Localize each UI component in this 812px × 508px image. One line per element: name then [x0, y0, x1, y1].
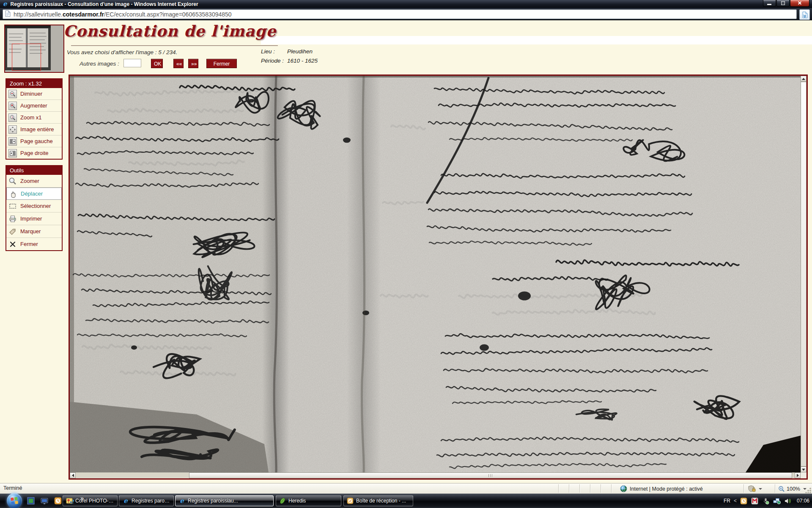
right-page-icon — [8, 149, 17, 157]
zone-text: Internet | Mode protégé : activé — [630, 486, 703, 492]
zoom-magnifier-icon — [778, 486, 785, 492]
bookmark-icon — [8, 227, 17, 236]
refresh-button[interactable] — [799, 9, 810, 20]
header-white-strip — [261, 36, 812, 44]
address-bar: http://sallevirtuelle.cotesdarmor.fr/EC/… — [0, 8, 812, 20]
security-zone: Internet | Mode protégé : activé — [620, 483, 703, 494]
taskbar-button-heredis[interactable]: Heredis — [276, 495, 341, 506]
right-page-button[interactable]: Page droite — [6, 147, 62, 159]
selection-rectangle-icon — [8, 202, 17, 210]
previous-image-button[interactable]: «« — [173, 59, 184, 68]
restore-button[interactable] — [776, 0, 790, 7]
status-text: Terminé — [3, 485, 22, 491]
scroll-down-button[interactable] — [801, 467, 807, 472]
left-page-button[interactable]: Page gauche — [6, 135, 62, 147]
scroll-right-button[interactable] — [795, 472, 801, 478]
periode-label: Période : — [261, 58, 287, 64]
next-image-button[interactable]: »» — [188, 59, 198, 68]
zoom-reset-button[interactable]: 1 Zoom x1 — [6, 112, 62, 124]
show-desktop-icon[interactable] — [26, 496, 36, 505]
page-title: Consultation de l'image — [63, 22, 276, 40]
close-button[interactable] — [790, 0, 809, 7]
window-title: Registres paroissiaux - Consultation d'u… — [11, 1, 198, 7]
hand-icon — [9, 190, 17, 198]
vertical-scrollbar[interactable] — [801, 76, 807, 472]
globe-icon — [620, 485, 627, 492]
manuscript-image[interactable] — [70, 76, 801, 472]
internet-explorer-icon: e — [3, 1, 7, 7]
screen: e Registres paroissiaux - Consultation d… — [0, 0, 812, 508]
tools-panel: Outils Zoomer Déplacer Sélectionner Impr… — [5, 165, 63, 251]
switch-windows-icon[interactable] — [40, 496, 49, 505]
navigation-thumbnail[interactable] — [4, 25, 64, 73]
zoom-out-icon — [8, 90, 17, 98]
network-tray-icon[interactable] — [773, 497, 781, 505]
keyboard-language[interactable]: FR — [724, 498, 730, 504]
tool-imprimer[interactable]: Imprimer — [6, 213, 62, 225]
image-info: Lieu :Pleudihen Période :1610 - 1625 — [261, 48, 318, 67]
other-images-label: Autres images : — [80, 61, 119, 67]
horizontal-scrollbar[interactable] — [70, 472, 801, 478]
image-number-input[interactable] — [123, 59, 141, 67]
windows-mail-icon[interactable] — [53, 496, 63, 505]
close-viewer-button[interactable]: Fermer — [206, 59, 237, 68]
internet-explorer-icon: e — [122, 497, 129, 504]
tools-panel-title: Outils — [6, 166, 62, 175]
fit-image-icon — [8, 125, 17, 134]
page-zoom-button[interactable]: 100% — [778, 483, 807, 494]
microphone-tray-icon[interactable] — [762, 497, 770, 505]
taskbar-button-registres-2-active[interactable]: e Registres paroissiau... — [175, 495, 274, 506]
tool-zoomer[interactable]: Zoomer — [6, 175, 62, 188]
title-bar: e Registres paroissiaux - Consultation d… — [0, 0, 812, 8]
url-input[interactable]: http://sallevirtuelle.cotesdarmor.fr/EC/… — [3, 9, 797, 19]
windows-mail-icon — [347, 497, 354, 504]
clock[interactable]: 07:06 — [797, 498, 809, 504]
close-x-icon — [8, 240, 17, 248]
lieu-value: Pleudihen — [287, 48, 313, 55]
zoom-level: 100% — [787, 486, 800, 492]
tool-marquer[interactable]: Marquer — [6, 225, 62, 238]
ok-button[interactable]: OK — [151, 59, 163, 68]
minimize-button[interactable] — [763, 0, 776, 7]
taskbar-button-corel[interactable]: Corel PHOTO-PAIN... — [63, 495, 118, 506]
windows-logo-icon — [11, 497, 18, 505]
zoom-out-button[interactable]: Diminuer — [6, 88, 62, 100]
scroll-up-button[interactable] — [801, 76, 807, 82]
scrollbar-corner — [801, 472, 807, 478]
heredis-leaf-icon — [279, 497, 286, 504]
refresh-page-icon — [802, 11, 808, 18]
scroll-left-button[interactable] — [70, 472, 76, 478]
calendar-clock-tray-icon[interactable] — [740, 497, 748, 505]
taskbar-button-inbox[interactable]: Boîte de réception - ... — [343, 495, 413, 506]
svg-text:1: 1 — [11, 116, 13, 119]
url-text: http://sallevirtuelle.cotesdarmor.fr/EC/… — [14, 11, 232, 18]
resize-grip[interactable] — [805, 487, 811, 493]
title-underline — [71, 45, 278, 46]
start-button[interactable] — [7, 493, 22, 508]
tool-fermer[interactable]: Fermer — [6, 238, 62, 250]
thumbnail-viewport-rect[interactable] — [12, 44, 41, 71]
tool-deplacer[interactable]: Déplacer — [6, 188, 62, 200]
chevron-down-icon — [759, 488, 762, 490]
corel-photopaint-icon — [66, 497, 73, 504]
tray-expand-chevron[interactable]: < — [734, 498, 737, 504]
horizontal-scroll-thumb[interactable] — [189, 472, 792, 478]
mcafee-tray-icon[interactable] — [751, 497, 759, 505]
zoom-panel-title: Zoom : x1.32 — [6, 79, 62, 88]
taskbar-button-registres-1[interactable]: e Registres paroissiau... — [119, 495, 174, 506]
internet-explorer-icon: e — [178, 497, 185, 504]
fit-image-button[interactable]: Image entière — [6, 124, 62, 135]
status-bar: Terminé Internet | Mode protégé : activé — [0, 483, 812, 494]
system-tray: FR < 07:06 — [724, 494, 812, 508]
tool-selectionner[interactable]: Sélectionner — [6, 200, 62, 213]
magnifier-icon — [8, 177, 17, 185]
periode-value: 1610 - 1625 — [287, 58, 318, 64]
zoom-in-button[interactable]: Augmenter — [6, 100, 62, 112]
image-count-text: Vous avez choisi d'afficher l'image : 5 … — [67, 49, 177, 55]
page-icon — [5, 10, 11, 18]
vertical-scroll-thumb[interactable] — [801, 82, 807, 467]
zoom-in-icon — [8, 102, 17, 110]
volume-tray-icon[interactable] — [784, 497, 792, 505]
zoom-reset-icon: 1 — [8, 113, 17, 122]
protected-mode-button[interactable] — [748, 483, 762, 494]
